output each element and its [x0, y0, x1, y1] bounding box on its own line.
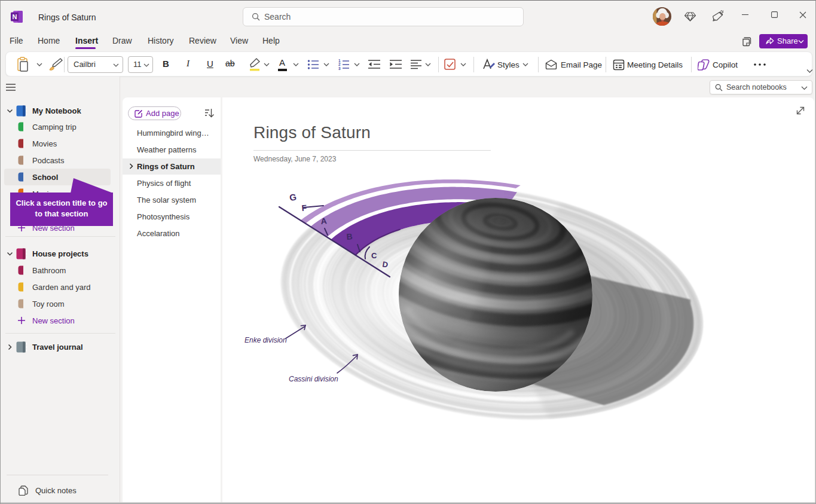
svg-text:G: G [289, 192, 297, 203]
svg-text:Enke division: Enke division [245, 336, 287, 344]
svg-text:3: 3 [338, 66, 341, 71]
svg-text:A: A [320, 216, 327, 226]
svg-text:C: C [371, 251, 377, 260]
svg-text:Cassini division: Cassini division [289, 375, 338, 383]
svg-text:B: B [346, 231, 353, 242]
svg-text:N: N [13, 13, 17, 20]
